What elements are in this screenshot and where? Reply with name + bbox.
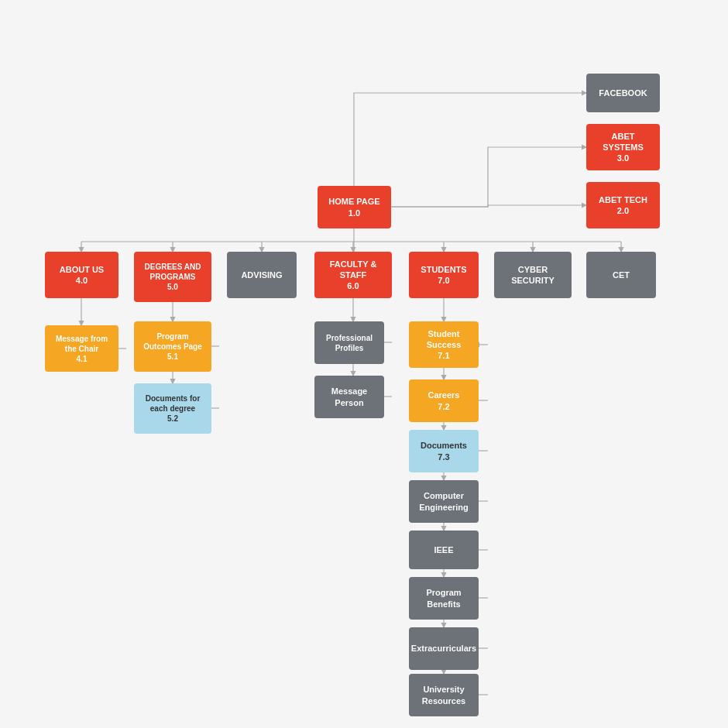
abet-tech[interactable]: ABET TECH 2.0 <box>586 182 660 228</box>
faculty-staff[interactable]: FACULTY & STAFF 6.0 <box>314 252 392 298</box>
diagram: FACEBOOKABET SYSTEMS 3.0ABET TECH 2.0HOM… <box>0 0 728 728</box>
program-benefits[interactable]: Program Benefits <box>409 577 479 620</box>
documents-degree[interactable]: Documents for each degree 5.2 <box>134 383 211 434</box>
abet-systems[interactable]: ABET SYSTEMS 3.0 <box>586 124 660 170</box>
message-chair[interactable]: Message from the Chair 4.1 <box>45 325 118 372</box>
documents-73[interactable]: Documents 7.3 <box>409 430 479 472</box>
degrees-programs[interactable]: DEGREES AND PROGRAMS 5.0 <box>134 252 211 302</box>
ieee[interactable]: IEEE <box>409 531 479 569</box>
professional-profiles[interactable]: Professional Profiles <box>314 321 384 364</box>
advising[interactable]: ADVISING <box>227 252 297 298</box>
program-outcomes[interactable]: Program Outcomes Page 5.1 <box>134 321 211 372</box>
students[interactable]: STUDENTS 7.0 <box>409 252 479 298</box>
home-page[interactable]: HOME PAGE 1.0 <box>318 186 391 228</box>
student-success[interactable]: Student Success 7.1 <box>409 321 479 368</box>
careers[interactable]: Careers 7.2 <box>409 379 479 422</box>
facebook[interactable]: FACEBOOK <box>586 74 660 112</box>
cyber-security[interactable]: CYBER SECURITY <box>494 252 572 298</box>
cet[interactable]: CET <box>586 252 656 298</box>
message-person[interactable]: Message Person <box>314 376 384 418</box>
computer-engineering[interactable]: Computer Engineering <box>409 480 479 523</box>
extracurriculars[interactable]: Extracurriculars <box>409 627 479 670</box>
university-resources[interactable]: University Resources <box>409 674 479 716</box>
about-us[interactable]: ABOUT US 4.0 <box>45 252 118 298</box>
